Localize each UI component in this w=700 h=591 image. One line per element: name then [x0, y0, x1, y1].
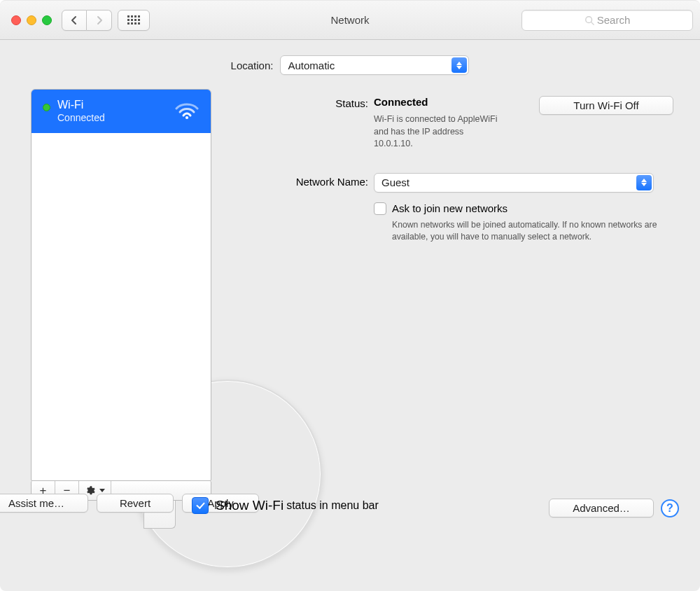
- show-wifi-status-row: Show Wi-Fi status in menu bar: [192, 497, 379, 514]
- turn-wifi-off-button[interactable]: Turn Wi-Fi Off: [539, 96, 673, 115]
- svg-rect-5: [131, 19, 133, 21]
- help-icon: ?: [666, 502, 673, 515]
- svg-rect-2: [134, 15, 136, 18]
- up-down-arrows-icon: [451, 57, 467, 73]
- service-item-texts: Wi-Fi Connected: [57, 98, 105, 125]
- sidebar: Wi-Fi Connected: [31, 89, 211, 509]
- status-description: Wi-Fi is connected to AppleWiFi and has …: [374, 113, 500, 151]
- svg-rect-1: [131, 15, 133, 18]
- close-window-button[interactable]: [11, 15, 21, 25]
- minimize-window-button[interactable]: [27, 15, 36, 25]
- network-name-label: Network Name:: [228, 173, 368, 188]
- forward-button[interactable]: [87, 10, 112, 31]
- svg-rect-4: [127, 19, 130, 21]
- detail-pane: Status: Connected Wi-Fi is connected to …: [221, 89, 686, 501]
- revert-button[interactable]: Revert: [97, 494, 174, 513]
- location-value: Automatic: [288, 60, 335, 71]
- svg-rect-10: [134, 22, 136, 25]
- advanced-area: Advanced… ?: [549, 499, 679, 517]
- nav-buttons: [62, 10, 112, 31]
- wifi-icon: [174, 102, 200, 122]
- svg-rect-6: [134, 19, 136, 21]
- grid-icon: [127, 15, 140, 25]
- service-item-wifi[interactable]: Wi-Fi Connected: [31, 90, 211, 133]
- zoom-window-button[interactable]: [42, 15, 52, 25]
- search-placeholder: Search: [597, 14, 631, 26]
- show-all-button[interactable]: [118, 10, 150, 31]
- show-wifi-status-label-part1: Show Wi-Fi: [216, 498, 284, 513]
- svg-point-14: [186, 116, 188, 118]
- content-area: Location: Automatic Wi-Fi Connected: [0, 40, 700, 591]
- advanced-button[interactable]: Advanced…: [549, 499, 654, 517]
- service-list[interactable]: Wi-Fi Connected: [31, 89, 211, 481]
- ask-to-join-description: Known networks will be joined automatica…: [392, 219, 658, 243]
- service-status: Connected: [57, 112, 105, 125]
- network-name-row: Network Name: Guest Ask to join new netw…: [228, 173, 673, 243]
- chevron-right-icon: [96, 15, 103, 25]
- panels: Wi-Fi Connected: [0, 89, 700, 509]
- svg-rect-11: [138, 22, 140, 25]
- network-preferences-window: Network Search Location: Automatic: [0, 0, 700, 591]
- status-label: Status:: [228, 96, 368, 109]
- up-down-arrows-icon: [636, 175, 652, 190]
- chevron-left-icon: [71, 15, 78, 25]
- ask-to-join-row: Ask to join new networks: [374, 202, 673, 215]
- window-controls: [11, 15, 52, 25]
- svg-rect-3: [138, 15, 140, 18]
- titlebar: Network Search: [0, 1, 700, 40]
- location-row: Location: Automatic: [0, 40, 700, 89]
- search-icon: [584, 15, 594, 25]
- show-wifi-status-checkbox[interactable]: [192, 497, 209, 514]
- svg-rect-8: [127, 22, 130, 25]
- location-label: Location:: [231, 60, 274, 71]
- status-dot-icon: [43, 104, 50, 111]
- show-wifi-status-label-part2: status in menu bar: [286, 499, 379, 512]
- svg-rect-9: [131, 22, 133, 25]
- window-title: Network: [330, 14, 369, 26]
- assist-me-button[interactable]: Assist me…: [0, 494, 88, 513]
- ask-to-join-checkbox[interactable]: [374, 202, 386, 215]
- svg-rect-7: [138, 19, 140, 21]
- network-name-value: Guest: [382, 176, 410, 188]
- svg-line-13: [591, 22, 594, 25]
- network-name-select[interactable]: Guest: [374, 173, 654, 193]
- back-button[interactable]: [62, 10, 87, 31]
- ask-to-join-label: Ask to join new networks: [392, 202, 507, 214]
- location-select[interactable]: Automatic: [280, 55, 469, 75]
- status-value: Connected: [374, 96, 428, 108]
- svg-rect-0: [127, 15, 130, 18]
- status-row: Status: Connected Wi-Fi is connected to …: [228, 96, 673, 151]
- service-name: Wi-Fi: [57, 98, 105, 112]
- help-button[interactable]: ?: [661, 499, 679, 517]
- search-field[interactable]: Search: [522, 10, 693, 31]
